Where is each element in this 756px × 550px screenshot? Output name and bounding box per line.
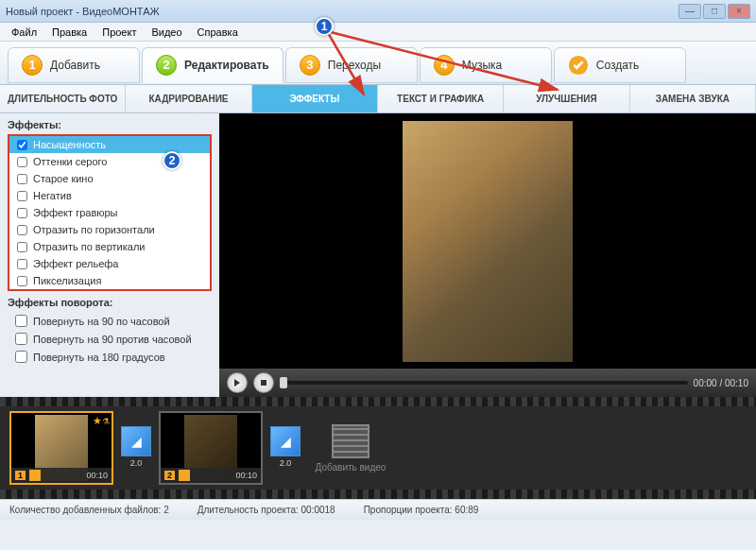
film-strip-bottom — [0, 490, 756, 499]
tab-transitions-label: Переходы — [328, 59, 381, 72]
tab-add-label: Добавить — [50, 59, 100, 72]
subtab-duration[interactable]: ДЛИТЕЛЬНОСТЬ ФОТО — [0, 85, 126, 112]
clip-2[interactable]: 2 00:10 — [159, 411, 263, 485]
film-strip-top — [0, 397, 756, 406]
subtab-audio[interactable]: ЗАМЕНА ЗВУКА — [630, 85, 756, 112]
preview-viewport — [219, 113, 756, 369]
tab-music[interactable]: 4 Музыка — [420, 47, 552, 83]
rotation-checkbox[interactable] — [15, 333, 27, 345]
clip-2-info: 2 00:10 — [161, 468, 261, 483]
transition-2-dur: 2.0 — [280, 458, 292, 468]
step-2-icon: 2 — [156, 55, 177, 76]
transition-1-dur: 2.0 — [130, 458, 143, 468]
clip-star-icon: ★⚗ — [93, 415, 110, 427]
time-display: 00:00 / 00:10 — [694, 378, 748, 388]
menu-edit[interactable]: Правка — [44, 25, 94, 40]
menu-project[interactable]: Проект — [94, 25, 144, 40]
effects-title: Эффекты: — [8, 119, 212, 130]
tab-create[interactable]: Создать — [554, 47, 686, 83]
minimize-button[interactable]: — — [679, 4, 701, 19]
content-area: Эффекты: Насыщенность Оттенки серого Ста… — [0, 113, 756, 397]
effects-list[interactable]: Насыщенность Оттенки серого Старое кино … — [9, 136, 210, 289]
pencil-icon[interactable] — [29, 470, 41, 481]
effect-item-relief[interactable]: Эффект рельефа — [9, 255, 210, 272]
preview-photo — [403, 121, 573, 362]
svg-rect-1 — [261, 380, 266, 386]
effects-sidebar: Эффекты: Насыщенность Оттенки серого Ста… — [0, 113, 219, 397]
player-controls: 00:00 / 00:10 — [219, 369, 756, 397]
effect-checkbox[interactable] — [17, 242, 27, 252]
menu-help[interactable]: Справка — [190, 25, 246, 40]
maximize-button[interactable]: □ — [703, 4, 726, 19]
clip-1-info: 1 00:10 — [11, 468, 112, 483]
pencil-icon[interactable] — [179, 470, 190, 481]
step-1-icon: 1 — [22, 55, 43, 76]
subtab-enhance[interactable]: УЛУЧШЕНИЯ — [504, 85, 629, 112]
seek-knob[interactable] — [280, 377, 287, 388]
subtab-crop[interactable]: КАДРИРОВАНИЕ — [126, 85, 251, 112]
effect-checkbox[interactable] — [17, 259, 27, 269]
effect-item-negative[interactable]: Негатив — [9, 187, 210, 204]
effect-checkbox[interactable] — [17, 157, 27, 167]
status-duration: Длительность проекта: 00:0018 — [198, 505, 335, 515]
status-file-count: Количество добавленных файлов: 2 — [9, 505, 169, 515]
sub-tabs: ДЛИТЕЛЬНОСТЬ ФОТО КАДРИРОВАНИЕ ЭФФЕКТЫ Т… — [0, 85, 756, 113]
subtab-text[interactable]: ТЕКСТ И ГРАФИКА — [378, 85, 504, 112]
stop-button[interactable] — [253, 372, 274, 393]
tab-edit-label: Редактировать — [184, 59, 269, 72]
status-aspect: Пропорции проекта: 60:89 — [364, 505, 479, 515]
add-video-label: Добавить видео — [316, 462, 387, 473]
rotation-checkbox[interactable] — [15, 351, 27, 363]
effect-checkbox[interactable] — [17, 174, 27, 184]
effect-item-flip-h[interactable]: Отразить по горизонтали — [9, 221, 210, 238]
menu-file[interactable]: Файл — [4, 25, 44, 40]
transition-1[interactable]: ◢ 2.0 — [119, 426, 153, 470]
effect-checkbox[interactable] — [17, 191, 27, 201]
subtab-effects[interactable]: ЭФФЕКТЫ — [252, 85, 378, 112]
clip-1-num: 1 — [15, 471, 26, 480]
tab-edit[interactable]: 2 Редактировать — [142, 47, 284, 83]
rotate-180[interactable]: Повернуть на 180 градусов — [8, 348, 212, 366]
tab-create-label: Создать — [596, 59, 640, 72]
clip-1-duration: 00:10 — [86, 471, 108, 480]
window-title: Новый проект - ВидеоМОНТАЖ — [6, 6, 160, 17]
rotation-checkbox[interactable] — [15, 315, 27, 327]
menu-video[interactable]: Видео — [144, 25, 189, 40]
effect-item-saturation[interactable]: Насыщенность — [9, 136, 210, 153]
title-bar: Новый проект - ВидеоМОНТАЖ — □ × — [0, 0, 756, 23]
transition-icon: ◢ — [121, 426, 151, 456]
transition-icon: ◢ — [270, 426, 301, 456]
tab-music-label: Музыка — [462, 59, 502, 72]
clip-1[interactable]: ★⚗ 1 00:10 — [9, 411, 113, 485]
clip-2-duration: 00:10 — [235, 471, 257, 480]
tab-add[interactable]: 1 Добавить — [8, 47, 140, 83]
effect-item-flip-v[interactable]: Отразить по вертикали — [9, 238, 210, 255]
checkmark-icon — [568, 55, 589, 76]
timeline-body[interactable]: ★⚗ 1 00:10 ◢ 2.0 2 00:10 ◢ 2.0 — [0, 406, 756, 490]
rotate-90-cw[interactable]: Повернуть на 90 по часовой — [8, 312, 212, 330]
transition-2[interactable]: ◢ 2.0 — [268, 426, 302, 470]
effect-checkbox[interactable] — [17, 140, 27, 150]
seek-slider[interactable] — [280, 381, 688, 385]
main-tabs: 1 Добавить 2 Редактировать 3 Переходы 4 … — [0, 42, 756, 85]
effect-item-old-film[interactable]: Старое кино — [9, 170, 210, 187]
timeline: ★⚗ 1 00:10 ◢ 2.0 2 00:10 ◢ 2.0 — [0, 397, 756, 499]
step-4-icon: 4 — [434, 55, 455, 76]
play-button[interactable] — [227, 372, 248, 393]
effect-item-engraving[interactable]: Эффект гравюры — [9, 204, 210, 221]
rotation-title: Эффекты поворота: — [8, 297, 212, 308]
effect-checkbox[interactable] — [17, 225, 27, 235]
rotate-90-ccw[interactable]: Повернуть на 90 против часовой — [8, 330, 212, 348]
preview-panel: 00:00 / 00:10 — [219, 113, 756, 397]
status-bar: Количество добавленных файлов: 2 Длитель… — [0, 499, 756, 520]
effects-list-box: Насыщенность Оттенки серого Старое кино … — [8, 134, 212, 291]
effect-checkbox[interactable] — [17, 208, 27, 218]
effect-checkbox[interactable] — [17, 276, 27, 286]
effect-item-pixelate[interactable]: Пикселизация — [9, 272, 210, 289]
add-video-button[interactable]: Добавить видео — [308, 411, 393, 485]
close-button[interactable]: × — [728, 4, 750, 19]
menu-bar: Файл Правка Проект Видео Справка — [0, 23, 756, 42]
tab-transitions[interactable]: 3 Переходы — [285, 47, 418, 83]
film-reel-icon — [332, 424, 369, 458]
effect-item-grayscale[interactable]: Оттенки серого — [9, 153, 210, 170]
